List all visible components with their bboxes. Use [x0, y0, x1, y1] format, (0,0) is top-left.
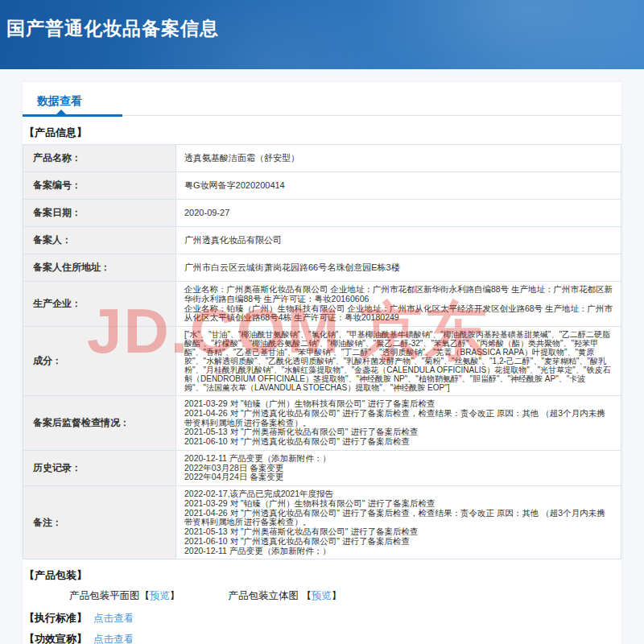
row-value: 透真氨基酸洁面霜（舒安型） — [176, 145, 621, 172]
row-label: 备注： — [23, 486, 176, 559]
standards-view-link[interactable]: 点击查看 — [93, 613, 134, 624]
row-value: 2022-02-17,该产品已完成2021年度报告 2021-03-29 对 "… — [176, 486, 621, 559]
row-label: 备案后监督检查情况： — [23, 396, 176, 451]
tab-active-indicator — [23, 114, 122, 117]
tab-arrow-icon — [56, 109, 66, 114]
table-row-record-number: 备案编号： 粤G妆网备字2020200414 — [23, 172, 621, 200]
row-label: 历史记录： — [23, 450, 176, 485]
packaging-section-title: 【产品包装】 — [24, 568, 87, 583]
table-row-remarks: 备注： 2022-02-17,该产品已完成2021年度报告 2021-03-29… — [23, 486, 621, 559]
row-label: 备案编号： — [23, 172, 176, 200]
packaging-3d-preview-link[interactable]: 预览 — [312, 590, 332, 601]
claims-row: 【功效宣称】点击查看 — [24, 632, 620, 644]
row-label: 生产企业： — [23, 282, 176, 327]
table-row-supervision-checks: 备案后监督检查情况： 2021-03-29 对 "铂臻（广州）生物科技有限公司"… — [23, 396, 621, 451]
packaging-section: 【产品包装】 产品包装平面图【预览】产品包装立体图 【预览】 【执行标准】点击查… — [23, 559, 621, 644]
row-value: 广州透真化妆品有限公司 — [176, 227, 621, 254]
row-value: 粤G妆网备字2020200414 — [176, 172, 621, 200]
page-title: 国产普通化妆品备案信息 — [0, 0, 644, 41]
table-row-manufacturer: 生产企业： 企业名称：广州奥蓓斯化妆品有限公司 企业地址：广州市花都区新华街永利… — [23, 282, 621, 327]
row-value: 2020-12-11 产品变更（添加新附件：） 2022年03月28日 备案变更… — [176, 450, 621, 485]
content-card: 数据查看 【产品信息】 产品名称： 透真氨基酸洁面霜（舒安型） 备案编号： 粤G… — [23, 82, 621, 644]
row-value: 2021-03-29 对 "铂臻（广州）生物科技有限公司" 进行了备案后检查 2… — [176, 396, 621, 451]
tab-bar: 数据查看 — [23, 82, 621, 116]
packaging-3d-label: 产品包装立体图 — [229, 590, 302, 601]
standards-row: 【执行标准】点击查看 — [24, 611, 620, 625]
table-row-record-date: 备案日期： 2020-09-27 — [23, 200, 621, 227]
bracket: 【 — [140, 590, 151, 601]
table-row-registrant-address: 备案人住所地址： 广州市白云区云城街萧岗花园路66号名珠创意园E栋3楼 — [23, 254, 621, 282]
packaging-flat-label: 产品包装平面图 — [69, 590, 140, 601]
row-value: 企业名称：广州奥蓓斯化妆品有限公司 企业地址：广州市花都区新华街永利路自编88号… — [176, 282, 621, 327]
row-label: 备案日期： — [23, 200, 176, 227]
bracket: 】 — [332, 590, 342, 601]
row-label: 产品名称： — [23, 145, 176, 172]
bracket: 【 — [301, 590, 312, 601]
row-label: 备案人： — [23, 227, 176, 254]
row-value: 广州市白云区云城街萧岗花园路66号名珠创意园E栋3楼 — [176, 254, 621, 282]
row-value: 2020-09-27 — [176, 200, 621, 227]
page-header: 国产普通化妆品备案信息 — [0, 0, 644, 69]
product-info-table: 产品名称： 透真氨基酸洁面霜（舒安型） 备案编号： 粤G妆网备字20202004… — [23, 144, 621, 559]
claims-view-link[interactable]: 点击查看 — [93, 634, 134, 644]
packaging-flat-preview-link[interactable]: 预览 — [150, 590, 170, 601]
table-row-ingredients: 成分： ["水"、"甘油"、"椰油酰甘氨酸钠"、"氯化钠"、"甲基椰油酰基牛磺酸… — [23, 327, 621, 396]
bracket: 】 — [170, 590, 180, 601]
table-row-registrant: 备案人： 广州透真化妆品有限公司 — [23, 227, 621, 254]
content-area: 数据查看 【产品信息】 产品名称： 透真氨基酸洁面霜（舒安型） 备案编号： 粤G… — [0, 69, 644, 644]
tab-data-view[interactable]: 数据查看 — [37, 94, 82, 109]
row-value: ["水"、"甘油"、"椰油酰甘氨酸钠"、"氯化钠"、"甲基椰油酰基牛磺酸钠"、"… — [176, 327, 621, 396]
product-info-section-title: 【产品信息】 — [24, 126, 620, 140]
standards-section-title: 【执行标准】 — [24, 611, 87, 625]
table-row-product-name: 产品名称： 透真氨基酸洁面霜（舒安型） — [23, 145, 621, 172]
table-row-history: 历史记录： 2020-12-11 产品变更（添加新附件：） 2022年03月28… — [23, 450, 621, 485]
row-label: 备案人住所地址： — [23, 254, 176, 282]
claims-section-title: 【功效宣称】 — [24, 632, 87, 644]
row-label: 成分： — [23, 327, 176, 396]
page: 国产普通化妆品备案信息 数据查看 【产品信息】 产品名称： 透真氨基酸洁面霜（舒… — [0, 0, 644, 644]
packaging-links-row: 产品包装平面图【预览】产品包装立体图 【预览】 — [69, 589, 620, 603]
